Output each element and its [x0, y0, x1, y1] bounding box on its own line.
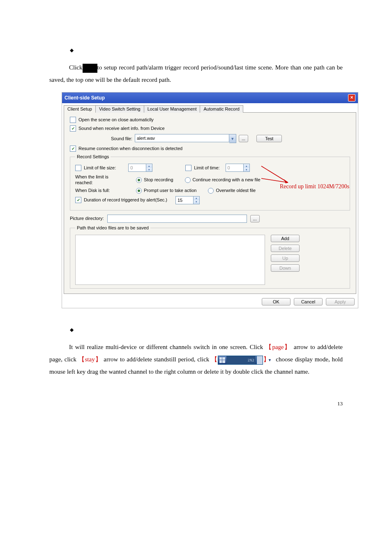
label-limit-file: Limit of file size: — [84, 165, 116, 171]
dialog-titlebar: Client-side Setup × — [62, 92, 358, 103]
dialog-title: Client-side Setup — [65, 95, 105, 101]
bracket-l-2: 【 — [78, 356, 85, 363]
tab-video-switch[interactable]: Video Switch Setting — [95, 105, 144, 113]
tab-automatic-record[interactable]: Automatic Record — [200, 105, 243, 113]
chevron-down-icon[interactable]: ▾ — [229, 134, 236, 143]
picture-dir-input[interactable] — [107, 215, 247, 223]
dialog-bottom-buttons: OK Cancel Apply — [62, 296, 358, 308]
page-keyword: page — [272, 344, 284, 350]
label-sound-file: Sound file: — [111, 136, 132, 141]
limit-file-input[interactable] — [128, 164, 146, 172]
chevron-down-icon: ▼ — [256, 356, 263, 364]
dialog-tabs: Client Setup Video Switch Setting Local … — [62, 103, 358, 112]
display-mode-icon: 2X2 ▼ — [218, 356, 263, 365]
callout-text: Record up limit 1024M/7200s — [280, 183, 349, 190]
record-settings-group: Record Settings Limit of file size: ▴▾ L… — [70, 154, 350, 210]
spinner-time[interactable]: ▴▾ — [244, 164, 250, 172]
add-button[interactable]: Add — [271, 235, 300, 242]
checkbox-duration[interactable] — [75, 197, 81, 203]
tab-body: Open the scene on close automaticlly Sou… — [64, 112, 356, 294]
checkbox-resume-conn[interactable] — [70, 146, 76, 152]
label-when-disk: When Disk is full: — [75, 188, 125, 193]
svg-marker-2 — [284, 179, 288, 183]
label-overwrite: Overwrite oldest file — [216, 188, 256, 193]
paragraph-2: It will realize multi-device or differen… — [49, 341, 343, 378]
checkbox-sound-alert[interactable] — [70, 125, 76, 132]
bracket-r-2: 】 — [95, 356, 102, 363]
ok-button[interactable]: OK — [262, 298, 291, 305]
test-button[interactable]: Test — [256, 135, 282, 142]
grid-2x2-icon — [218, 356, 226, 364]
checkbox-limit-time[interactable] — [185, 165, 191, 171]
tab-local-user[interactable]: Local User Management — [144, 105, 201, 113]
checkbox-open-scene[interactable] — [70, 117, 76, 123]
spinner-file[interactable]: ▴▾ — [146, 164, 152, 172]
browse-sound-button[interactable]: ... — [239, 135, 248, 142]
radio-overwrite[interactable] — [208, 188, 214, 194]
cancel-button[interactable]: Cancel — [294, 298, 323, 305]
radio-prompt-user[interactable] — [136, 188, 142, 194]
label-duration: Duration of record triggered by alert(Se… — [84, 197, 167, 203]
p2-a: It will realize multi-device or differen… — [69, 344, 263, 350]
close-icon[interactable]: × — [348, 94, 355, 102]
label-sound-alert: Sound when receive alert info. from Devi… — [78, 126, 165, 131]
bracket-r-1: 】 — [284, 344, 292, 350]
checkbox-limit-file[interactable] — [75, 165, 81, 171]
path-legend: Path that video files are to be saved — [75, 225, 150, 231]
client-side-setup-dialog: Client-side Setup × Client Setup Video S… — [62, 92, 358, 308]
spinner-duration[interactable]: ▴▾ — [194, 196, 200, 204]
p2-c: arrow to add/delete standstill period, c… — [104, 356, 209, 363]
label-stop-rec: Stop recording — [144, 177, 173, 183]
label-cont-rec: Continue recording with a new file — [193, 177, 261, 183]
label-limit-time: Limit of time: — [194, 165, 219, 171]
down-button[interactable]: Down — [271, 264, 300, 272]
gear-icon — [83, 64, 97, 73]
browse-picture-button[interactable]: ... — [250, 215, 260, 222]
callout-arrow-icon — [259, 162, 292, 187]
paragraph-1: Click to setup record path/alarm trigger… — [49, 61, 343, 86]
bracket-l-3: 【 — [211, 356, 218, 363]
path-list[interactable] — [75, 235, 265, 285]
sound-file-input[interactable] — [135, 134, 229, 142]
apply-button[interactable]: Apply — [326, 298, 355, 305]
label-resume-conn: Resume connection when disconnection is … — [78, 146, 182, 151]
stay-keyword: stay — [85, 356, 95, 363]
path-group: Path that video files are to be saved Ad… — [70, 225, 350, 289]
record-settings-legend: Record Settings — [75, 154, 111, 160]
label-when-limit: When the limit is reached: — [75, 174, 125, 185]
svg-line-0 — [261, 166, 288, 183]
bracket-l-1: 【 — [265, 344, 272, 350]
tab-client-setup[interactable]: Client Setup — [64, 105, 96, 113]
radio-continue-recording[interactable] — [185, 177, 191, 183]
p1-text-a: Click — [69, 64, 83, 71]
radio-stop-recording[interactable] — [136, 177, 142, 183]
up-button[interactable]: Up — [271, 254, 300, 262]
limit-time-input[interactable] — [226, 164, 244, 172]
delete-button[interactable]: Delete — [271, 245, 300, 252]
bullet-diamond: ◆ — [70, 45, 343, 55]
label-prompt: Prompt user to take action — [144, 188, 196, 193]
label-open-scene: Open the scene on close automaticlly — [78, 117, 154, 123]
sound-file-combo[interactable]: ▾ — [135, 134, 236, 143]
bullet-diamond-2: ◆ — [70, 325, 343, 335]
page-number: 13 — [0, 384, 392, 407]
label-picture-dir: Picture directory: — [70, 216, 104, 221]
duration-input[interactable] — [175, 196, 194, 204]
svg-line-1 — [261, 178, 288, 183]
